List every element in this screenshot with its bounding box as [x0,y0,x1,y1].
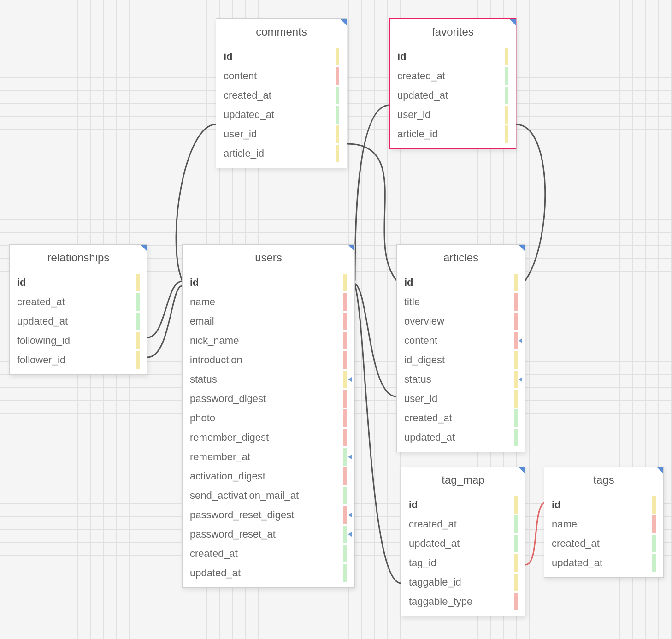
column-created_at[interactable]: created_at [390,66,516,86]
column-remember_at[interactable]: remember_at [183,447,354,467]
column-name: following_id [17,331,136,350]
column-photo[interactable]: photo [183,408,354,428]
table-header[interactable]: tags [544,467,663,492]
connection-line[interactable] [525,503,544,565]
column-nick_name[interactable]: nick_name [183,331,354,350]
column-created_at[interactable]: created_at [183,544,354,563]
type-bar [343,429,347,446]
column-follower_id[interactable]: follower_id [10,350,147,370]
corner-icon [657,467,663,473]
column-id_digest[interactable]: id_digest [397,350,525,370]
column-id[interactable]: id [183,273,354,292]
column-id[interactable]: id [401,495,525,515]
column-user_id[interactable]: user_id [216,124,347,144]
column-name: content [404,331,514,350]
column-article_id[interactable]: article_id [390,124,516,144]
column-tag_id[interactable]: tag_id [401,553,525,573]
table-users[interactable]: users idnameemailnick_nameintroductionst… [182,244,355,588]
corner-icon [519,467,525,473]
column-content[interactable]: content [397,331,525,350]
type-bar [136,351,140,369]
column-name: status [404,370,514,389]
connection-line[interactable] [355,284,396,396]
column-password_digest[interactable]: password_digest [183,389,354,408]
column-following_id[interactable]: following_id [10,331,147,350]
type-bar [343,487,347,504]
column-send_activation_mail_at[interactable]: send_activation_mail_at [183,486,354,505]
connection-line[interactable] [147,286,182,357]
column-updated_at[interactable]: updated_at [183,563,354,583]
column-created_at[interactable]: created_at [397,408,525,428]
column-email[interactable]: email [183,312,354,331]
table-header[interactable]: relationships [10,245,147,270]
column-updated_at[interactable]: updated_at [390,86,516,105]
table-header[interactable]: articles [397,245,525,270]
table-header[interactable]: tag_map [401,467,525,492]
type-bar [514,293,518,311]
column-name: password_reset_at [190,525,343,544]
type-bar [343,371,347,388]
column-name: id [552,495,652,515]
type-bar [343,467,347,485]
column-name: created_at [190,544,343,563]
column-user_id[interactable]: user_id [390,105,516,124]
column-id[interactable]: id [10,273,147,292]
column-updated_at[interactable]: updated_at [544,553,663,573]
column-taggable_type[interactable]: taggable_type [401,592,525,611]
column-overview[interactable]: overview [397,312,525,331]
column-activation_digest[interactable]: activation_digest [183,467,354,486]
column-name: id [17,273,136,292]
column-name: password_reset_digest [190,505,343,525]
column-password_reset_digest[interactable]: password_reset_digest [183,505,354,525]
type-bar [343,409,347,427]
column-remember_digest[interactable]: remember_digest [183,428,354,447]
column-created_at[interactable]: created_at [216,86,347,105]
column-updated_at[interactable]: updated_at [401,534,525,553]
diagram-canvas[interactable]: comments idcontentcreated_atupdated_atus… [0,0,672,639]
column-status[interactable]: status [183,370,354,389]
column-name: id [397,47,505,66]
table-header[interactable]: users [183,245,354,270]
connection-line[interactable] [355,285,401,583]
type-bar [336,87,339,104]
column-password_reset_at[interactable]: password_reset_at [183,525,354,544]
column-taggable_id[interactable]: taggable_id [401,573,525,592]
table-relationships[interactable]: relationships idcreated_atupdated_atfoll… [9,244,147,375]
field-marker-icon [348,513,352,517]
column-status[interactable]: status [397,370,525,389]
column-created_at[interactable]: created_at [10,292,147,312]
column-created_at[interactable]: created_at [401,515,525,534]
column-name: content [224,66,336,86]
column-id[interactable]: id [397,273,525,292]
column-title[interactable]: title [397,292,525,312]
column-article_id[interactable]: article_id [216,144,347,163]
column-name[interactable]: name [544,515,663,534]
connection-line[interactable] [147,281,182,337]
table-tag-map[interactable]: tag_map idcreated_atupdated_attag_idtagg… [401,467,525,616]
column-created_at[interactable]: created_at [544,534,663,553]
table-title: tags [593,473,614,486]
table-comments[interactable]: comments idcontentcreated_atupdated_atus… [216,18,347,168]
column-updated_at[interactable]: updated_at [10,312,147,331]
column-user_id[interactable]: user_id [397,389,525,408]
table-header[interactable]: favorites [390,19,516,44]
table-favorites[interactable]: favorites idcreated_atupdated_atuser_ida… [389,18,516,149]
table-rows: idcreated_atupdated_attag_idtaggable_idt… [401,492,525,616]
type-bar [336,67,339,85]
column-name: status [190,370,343,389]
column-content[interactable]: content [216,66,347,86]
table-articles[interactable]: articles idtitleoverviewcontentid_digest… [396,244,525,452]
column-id[interactable]: id [390,47,516,66]
column-id[interactable]: id [216,47,347,66]
column-name: password_digest [190,389,343,408]
connection-line[interactable] [355,105,389,280]
column-id[interactable]: id [544,495,663,515]
table-tags[interactable]: tags idnamecreated_atupdated_at [544,467,664,578]
column-name[interactable]: name [183,292,354,312]
type-bar [652,496,656,514]
table-header[interactable]: comments [216,19,347,44]
column-updated_at[interactable]: updated_at [216,105,347,124]
column-name: name [552,515,652,534]
column-updated_at[interactable]: updated_at [397,428,525,447]
column-introduction[interactable]: introduction [183,350,354,370]
